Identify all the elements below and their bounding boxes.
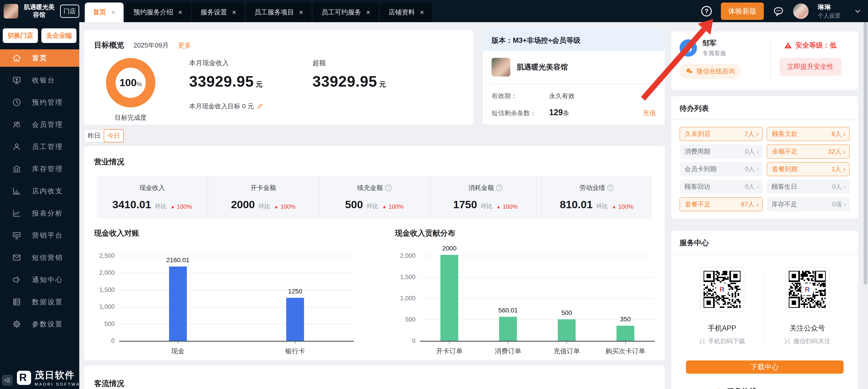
support-agent-name: 邹军 xyxy=(703,38,726,48)
store-avatar xyxy=(4,4,18,19)
x-axis-label: 购买次卡订单 xyxy=(606,347,645,356)
tab-label: 店铺资料 xyxy=(389,8,415,17)
sidebar-item-短信营销[interactable]: 短信营销 xyxy=(0,249,79,266)
tab-预约服务介绍[interactable]: 预约服务介绍× xyxy=(125,2,191,22)
todo-item-余额不足[interactable]: 余额不足 32人 › xyxy=(767,145,850,159)
validity-label: 有效期： xyxy=(492,92,549,100)
bar-购买次卡订单: 350 xyxy=(617,326,634,341)
wechat-consult-button[interactable]: 微信在线咨询 xyxy=(680,64,741,79)
tab-close-icon[interactable]: × xyxy=(232,9,236,16)
tab-服务设置[interactable]: 服务设置× xyxy=(192,2,244,22)
todo-count: 0项 xyxy=(832,200,842,209)
sidebar-item-参数设置[interactable]: 参数设置 xyxy=(0,316,79,333)
download-center-button[interactable]: 下载中心 xyxy=(686,360,843,374)
tab-店铺资料[interactable]: 店铺资料× xyxy=(380,2,432,22)
tab-close-icon[interactable]: × xyxy=(111,9,115,16)
help-circle-icon[interactable]: ? xyxy=(496,185,502,191)
chevron-right-icon: › xyxy=(843,130,846,137)
sidebar-item-报表分析[interactable]: 报表分析 xyxy=(0,205,79,222)
customer-service-card: 邹军 专属客服 微信在线咨询 安全等级：低 xyxy=(671,32,858,90)
todo-item-套餐不足[interactable]: 套餐不足 87人 › xyxy=(680,197,763,211)
collapse-sidebar-icon[interactable] xyxy=(2,375,13,386)
chevron-down-icon[interactable] xyxy=(854,7,862,15)
trend-icon xyxy=(12,208,22,218)
user-avatar[interactable] xyxy=(793,3,809,19)
help-circle-icon[interactable]: ? xyxy=(608,185,614,191)
sidebar: 切换门店 去企业端 首页 收银台 预约管理 会员管理 员工管理 库存管理 店内收… xyxy=(0,22,79,389)
page-scrollbar[interactable] xyxy=(863,22,868,389)
todo-item-套餐到期[interactable]: 套餐到期 1人 › xyxy=(767,162,850,176)
sidebar-item-label: 会员管理 xyxy=(32,120,63,129)
todo-count: 87人 xyxy=(741,200,754,209)
qr-center-logo: R xyxy=(802,284,812,295)
toggle-today[interactable]: 今日 xyxy=(104,129,124,142)
presentation-icon xyxy=(12,231,22,240)
mom-up-value: ▲100% xyxy=(170,203,192,210)
sidebar-item-库存管理[interactable]: 库存管理 xyxy=(0,160,79,178)
headset-icon xyxy=(714,387,723,389)
todo-item-顾客回访[interactable]: 顾客回访 0人 › xyxy=(680,180,763,194)
sidebar-item-数据设置[interactable]: 数据设置 xyxy=(0,293,79,310)
todo-title: 待办列表 xyxy=(680,103,850,114)
todo-item-消费周期[interactable]: 消费周期 0人 › xyxy=(680,145,763,159)
sidebar-item-营销平台[interactable]: 营销平台 xyxy=(0,227,79,244)
qr-center-logo: R xyxy=(717,284,727,295)
tab-首页[interactable]: 首页× xyxy=(85,2,124,22)
mom-up-value: ▲100% xyxy=(612,203,633,210)
to-enterprise-button[interactable]: 去企业端 xyxy=(41,28,76,43)
store-name: 肌遇暖光美容馆 xyxy=(22,3,56,19)
todo-label: 久未到店 xyxy=(685,129,711,138)
todo-item-会员卡到期[interactable]: 会员卡到期 0人 › xyxy=(680,162,763,176)
help-circle-icon[interactable]: ? xyxy=(385,185,392,191)
users-icon xyxy=(12,120,22,129)
improve-security-button[interactable]: 立即提升安全性 xyxy=(779,58,841,76)
switch-store-button[interactable]: 切换门店 xyxy=(3,28,38,43)
help-icon[interactable]: ? xyxy=(701,6,712,17)
tab-close-icon[interactable]: × xyxy=(299,9,303,16)
sidebar-item-收银台[interactable]: 收银台 xyxy=(0,71,79,89)
chevron-right-icon: › xyxy=(756,130,758,137)
todo-label: 顾客回访 xyxy=(685,182,710,191)
goal-donut-label: 目标完成度 xyxy=(94,113,167,122)
edit-target-icon[interactable] xyxy=(256,103,264,110)
qr-code: R xyxy=(700,267,744,311)
stat-value: 1750 xyxy=(453,198,477,211)
x-axis-label: 银行卡 xyxy=(285,347,305,356)
goal-progress-donut: 100% xyxy=(106,58,155,108)
cash-income-value: 33929.95 xyxy=(189,73,254,90)
x-axis-label: 开卡订单 xyxy=(436,347,463,356)
tab-员工服务项目[interactable]: 员工服务项目× xyxy=(246,2,312,22)
try-new-version-button[interactable]: 体验新版 xyxy=(721,2,764,20)
scrollbar-thumb[interactable] xyxy=(864,22,867,285)
sidebar-item-预约管理[interactable]: 预约管理 xyxy=(0,94,79,111)
goal-more-link[interactable]: 更多 xyxy=(178,41,191,50)
todo-item-库存不足[interactable]: 库存不足 0项 › xyxy=(767,197,850,211)
toggle-yesterday[interactable]: 昨日 xyxy=(84,129,104,142)
todo-item-顾客欠款[interactable]: 顾客欠款 6人 › xyxy=(767,127,850,141)
sidebar-item-首页[interactable]: 首页 xyxy=(0,49,79,67)
goal-title: 目标概览 xyxy=(94,40,124,50)
bar-value-label: 1250 xyxy=(288,288,302,295)
brand-mark-icon: R xyxy=(17,371,31,385)
todo-item-久未到店[interactable]: 久未到店 7人 › xyxy=(680,127,763,141)
tab-close-icon[interactable]: × xyxy=(420,9,424,16)
sidebar-item-会员管理[interactable]: 会员管理 xyxy=(0,116,79,133)
sidebar-item-通知中心[interactable]: 通知中心 xyxy=(0,271,79,289)
todo-label: 顾客欠款 xyxy=(772,129,798,138)
sidebar-item-店内收支[interactable]: 店内收支 xyxy=(0,182,79,200)
tab-close-icon[interactable]: × xyxy=(178,9,183,16)
todo-item-顾客生日[interactable]: 顾客生日 0人 › xyxy=(767,180,850,194)
user-meta[interactable]: 琳琳 个人设置 xyxy=(818,3,841,20)
qr-hint: 微信扫码关注 xyxy=(765,337,850,345)
goal-overview-card: 目标概览 2025年09月 更多 100% 目标完成度 本月现金收入 33929… xyxy=(84,30,473,125)
tab-close-icon[interactable]: × xyxy=(366,9,370,16)
tab-员工可约服务[interactable]: 员工可约服务× xyxy=(313,2,378,22)
goal-target-note: 本月现金收入目标 0 元 xyxy=(189,102,254,111)
chevron-right-icon: › xyxy=(844,183,846,190)
message-bubble-icon[interactable] xyxy=(773,6,784,17)
sidebar-item-员工管理[interactable]: 员工管理 xyxy=(0,138,79,155)
sidebar-item-label: 收银台 xyxy=(32,76,72,85)
sidebar-item-label: 首页 xyxy=(32,54,72,63)
qr-block-手机APP: R 手机APP 手机扫码下载 xyxy=(680,267,765,345)
recharge-link[interactable]: 充值 xyxy=(643,109,656,118)
